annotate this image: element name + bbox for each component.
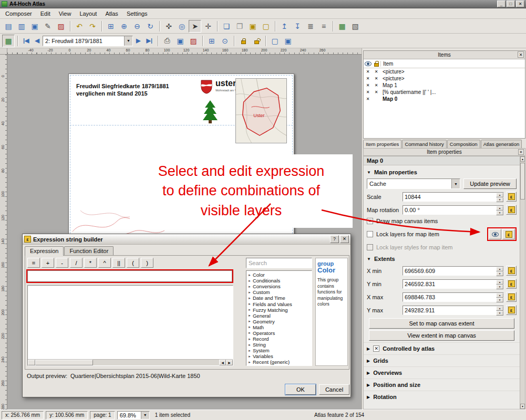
chevron-down-icon[interactable]: ▼ — [124, 36, 132, 46]
lock-checkbox[interactable]: ✕ — [372, 76, 380, 81]
menu-item[interactable]: Atlas — [101, 9, 122, 18]
extent-input[interactable]: 246592.831 ▴▾ — [403, 279, 504, 289]
extent-expression-button[interactable]: ε — [506, 305, 517, 315]
panel-tab[interactable]: Command history — [402, 140, 446, 148]
function-group-item[interactable]: ► Date and Time — [246, 295, 312, 301]
zoom-in-icon[interactable]: ⊕ — [118, 20, 130, 33]
export-atlas-pdf-icon[interactable]: ▨ — [187, 35, 200, 47]
load-from-template-icon[interactable]: ▥ — [15, 20, 28, 33]
update-preview-button[interactable]: Update preview — [463, 178, 517, 189]
draw-canvas-items-checkbox[interactable]: ✕ — [367, 218, 373, 224]
unlock-items-icon[interactable]: ▢ — [260, 20, 272, 33]
panel-close-icon[interactable]: ✕ — [518, 51, 524, 58]
expand-arrow-icon[interactable]: ► — [248, 343, 251, 346]
attribute-table-icon[interactable]: ▦ — [336, 20, 348, 33]
export-as-pdf-icon[interactable]: ▨ — [55, 20, 67, 33]
menu-item[interactable]: Composer — [1, 9, 36, 18]
visibility-preset-button[interactable] — [489, 229, 501, 239]
atlas-first-feature-button[interactable]: |◀ — [20, 35, 32, 47]
atlas-feature-combo[interactable]: 2: Freudwil 1879/1881 ▼ — [43, 36, 133, 46]
expression-input[interactable]: 'Quartiere|Übersichtsplan 2015-06|' || k… — [27, 270, 232, 282]
spinner[interactable]: ▴▾ — [496, 280, 503, 288]
operator-button[interactable]: ^ — [98, 258, 111, 268]
dialog-tab[interactable]: Expression — [25, 246, 64, 256]
lock-checkbox[interactable]: ✕ — [372, 69, 380, 74]
save-as-template-icon[interactable]: ▤ — [2, 20, 15, 33]
spinner[interactable]: ▴▾ — [496, 306, 503, 314]
operator-button[interactable]: = — [27, 258, 40, 268]
table-row[interactable]: ✕ ✕ <picture> — [364, 68, 525, 75]
expand-arrow-icon[interactable]: ► — [248, 308, 251, 311]
operator-button[interactable]: / — [70, 258, 82, 268]
operator-button[interactable]: + — [42, 258, 54, 268]
visibility-checkbox[interactable]: ✕ — [364, 69, 372, 74]
expression-builder-dialog[interactable]: ε Expression string builder ? ✕ Expressi… — [22, 234, 351, 397]
visibility-checkbox[interactable]: ✕ — [364, 83, 372, 88]
chevron-down-icon[interactable]: ▼ — [451, 179, 460, 188]
expand-arrow-icon[interactable]: ► — [248, 331, 251, 334]
expression-editor-area[interactable]: ◀ ▶ — [27, 285, 233, 366]
render-mode-combo[interactable]: Cache ▼ — [367, 178, 460, 189]
operator-button[interactable]: ) — [141, 258, 153, 268]
expand-arrow-icon[interactable]: ► — [248, 314, 251, 317]
select-move-item-icon[interactable]: ➤ — [189, 20, 201, 33]
extent-input[interactable]: 696569.609 ▴▾ — [403, 266, 504, 276]
lock-checkbox[interactable]: ✕ — [372, 83, 380, 88]
align-center-icon[interactable]: ≡ — [317, 20, 330, 33]
scroll-down-icon[interactable]: ▼ — [520, 404, 525, 409]
function-group-item[interactable]: ► Conversions — [246, 284, 312, 289]
function-group-item[interactable]: ► Recent (generic) — [246, 359, 312, 365]
lock-layers-checkbox[interactable] — [367, 231, 373, 237]
scroll-left-icon[interactable]: ◀ — [219, 360, 226, 365]
map-rotation-input[interactable]: 0.00 ° ▴▾ — [403, 205, 504, 215]
help-button[interactable]: ? — [330, 235, 339, 243]
move-item-content-icon[interactable]: ✛ — [202, 20, 214, 33]
export-as-svg-icon[interactable]: ✎ — [42, 20, 54, 33]
extent-input[interactable]: 698846.783 ▴▾ — [403, 292, 504, 302]
menu-item[interactable]: Settings — [122, 9, 152, 18]
maximize-button[interactable]: □ — [507, 1, 515, 7]
zoom-tool-icon[interactable]: ◎ — [176, 20, 188, 33]
vertical-scrollbar[interactable]: ▲ ▼ — [520, 156, 525, 409]
atlas-last-feature-button[interactable]: ▶| — [143, 35, 155, 47]
scroll-right-icon[interactable]: ▶ — [226, 360, 233, 365]
lock-icon[interactable] — [237, 35, 250, 47]
extent-input[interactable]: 249282.911 ▴▾ — [403, 306, 504, 315]
ok-button[interactable]: OK — [285, 384, 316, 395]
function-group-item[interactable]: ► Variables — [246, 353, 312, 359]
expand-arrow-icon[interactable]: ► — [248, 291, 251, 294]
scrollbar-thumb[interactable] — [520, 163, 525, 200]
function-group-item[interactable]: ► Fields and Values — [246, 301, 312, 307]
spinner[interactable]: ▴▾ — [496, 267, 503, 275]
pan-icon[interactable]: ✜ — [162, 20, 175, 33]
scale-input[interactable]: 10844 ▴▾ — [403, 192, 504, 202]
item-options-icon[interactable]: ▧ — [349, 20, 362, 33]
zoom-combo[interactable]: 69.8% ▼ — [117, 411, 150, 419]
panel-close-icon[interactable]: ✕ — [518, 149, 524, 155]
dialog-close-button[interactable]: ✕ — [340, 235, 349, 243]
align-left-icon[interactable]: ≣ — [304, 20, 317, 33]
expand-arrow-icon[interactable]: ► — [248, 320, 251, 323]
close-button[interactable]: ✕ — [516, 1, 524, 7]
redo-icon[interactable]: ↷ — [86, 20, 99, 33]
extent-expression-button[interactable]: ε — [506, 292, 517, 302]
function-group-item[interactable]: ► Conditionals — [246, 278, 312, 284]
set-to-map-canvas-extent-button[interactable]: Set to map canvas extent — [369, 318, 514, 329]
collapse-arrow-icon[interactable]: ▶ — [367, 395, 370, 400]
table-row[interactable]: ✕ ✕ <picture> — [364, 75, 525, 82]
atlas-previous-feature-button[interactable]: ◀ — [33, 35, 42, 47]
zoom-out-icon[interactable]: ⊖ — [131, 20, 143, 33]
expand-arrow-icon[interactable]: ► — [248, 361, 251, 364]
function-group-item[interactable]: ► Color — [246, 272, 312, 278]
atlas-next-feature-button[interactable]: ▶ — [133, 35, 143, 47]
function-group-tree[interactable]: ► Color ► Conditionals ► Conversions — [246, 270, 312, 366]
rotation-expression-button[interactable]: ε — [506, 205, 517, 215]
section-checkbox[interactable]: ✕ — [373, 345, 379, 352]
function-group-item[interactable]: ► General — [246, 313, 312, 319]
collapsed-section-header[interactable]: ▶ Grids — [364, 354, 520, 366]
expand-arrow-icon[interactable]: ► — [248, 285, 251, 288]
ungroup-items-icon[interactable]: ❐ — [233, 20, 246, 33]
visibility-checkbox[interactable]: ✕ — [364, 97, 372, 101]
table-row[interactable]: ✕ ✕ [% quartiername ||' ' |... — [364, 89, 525, 96]
visibility-checkbox[interactable]: ✕ — [364, 90, 372, 94]
